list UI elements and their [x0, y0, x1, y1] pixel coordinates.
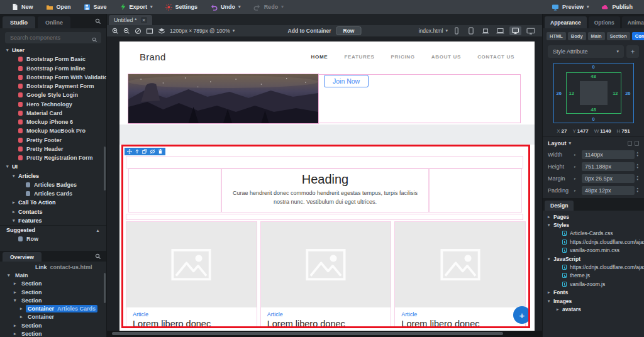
- duplicate-icon[interactable]: [142, 149, 147, 154]
- export-button[interactable]: Export ▾: [113, 0, 159, 14]
- zoom-out-icon[interactable]: [123, 28, 130, 35]
- overview-node[interactable]: Link contact-us.html: [0, 263, 106, 271]
- tab-appearance[interactable]: Appearance: [545, 16, 587, 28]
- preview-button[interactable]: Preview ▾: [545, 0, 596, 14]
- row-button[interactable]: Row: [336, 26, 362, 35]
- overview-node[interactable]: Main: [0, 271, 106, 279]
- undo-button[interactable]: Undo ▾: [204, 0, 247, 14]
- design-node[interactable]: Styles: [543, 221, 644, 229]
- tab-online[interactable]: Online: [38, 16, 70, 28]
- component-item[interactable]: Mockup MacBook Pro: [0, 126, 106, 135]
- design-node[interactable]: JavaScript: [543, 255, 644, 263]
- move-icon[interactable]: [127, 149, 132, 154]
- collapse-up-icon[interactable]: ▲: [96, 228, 100, 233]
- design-node[interactable]: avatars: [543, 305, 644, 313]
- overview-node[interactable]: Section: [0, 280, 106, 288]
- stepper[interactable]: ▲▼: [636, 187, 639, 193]
- design-node[interactable]: Images: [543, 297, 644, 305]
- interaction-toggle-icon[interactable]: [135, 28, 142, 35]
- tab-studio[interactable]: Studio: [3, 16, 35, 28]
- stepper[interactable]: ▲▼: [636, 175, 639, 181]
- breadcrumb-chip[interactable]: HTML: [547, 32, 566, 40]
- component-item[interactable]: Call To Action: [0, 198, 106, 207]
- settings-button[interactable]: Settings: [159, 0, 204, 14]
- device-desktop-button[interactable]: [509, 26, 521, 35]
- hide-icon[interactable]: [150, 149, 155, 154]
- article-tag[interactable]: Article: [401, 311, 519, 318]
- disclosure-icon[interactable]: ▸: [574, 152, 582, 157]
- design-node[interactable]: https://cdnjs.cloudflare.com/ajax/libs/b…: [543, 263, 644, 271]
- nav-link[interactable]: CONTACT US: [477, 54, 514, 60]
- overview-node[interactable]: Container: [0, 313, 106, 321]
- redo-button[interactable]: Redo ▾: [247, 0, 290, 14]
- component-item[interactable]: Mockup iPhone 6: [0, 118, 106, 126]
- component-search-input[interactable]: [5, 32, 101, 43]
- design-node[interactable]: Articles-Cards.css: [543, 229, 644, 238]
- device-laptop-button[interactable]: [494, 26, 506, 35]
- nav-link[interactable]: FEATURES: [344, 54, 374, 60]
- disclosure-icon[interactable]: ▸: [574, 176, 582, 180]
- card-image-placeholder[interactable]: [395, 222, 525, 307]
- close-icon[interactable]: ×: [141, 17, 147, 23]
- breadcrumb-chip[interactable]: Main: [588, 32, 605, 40]
- section-heading[interactable]: Heading: [222, 172, 428, 187]
- publish-button[interactable]: Publish: [595, 0, 639, 14]
- nav-link[interactable]: ABOUT US: [431, 54, 461, 60]
- design-node[interactable]: vanilla-zoom.min.css: [543, 246, 644, 255]
- nav-link[interactable]: HOME: [311, 54, 328, 60]
- style-attribute-select[interactable]: Style Attribute ▾: [548, 45, 624, 58]
- component-item[interactable]: Contacts: [0, 207, 106, 216]
- section-paragraph[interactable]: Curae hendrerit donec commodo hendrerit …: [227, 189, 423, 206]
- component-item[interactable]: Articles Cards: [0, 189, 106, 198]
- component-item[interactable]: Pretty Footer: [0, 136, 106, 145]
- move-up-icon[interactable]: [135, 149, 140, 154]
- layout-value-input[interactable]: 0px 26.5px: [582, 174, 635, 183]
- device-tablet-button[interactable]: [465, 26, 477, 35]
- selected-section[interactable]: Heading Curae hendrerit donec commodo he…: [121, 145, 530, 328]
- layout-value-input[interactable]: 1140px: [582, 150, 635, 159]
- component-item[interactable]: Hero Technology: [0, 100, 106, 109]
- design-node[interactable]: vanilla-zoom.js: [543, 280, 644, 288]
- add-style-button[interactable]: +: [626, 45, 639, 58]
- save-button[interactable]: Save: [77, 0, 113, 14]
- site-header[interactable]: Brand HOME FEATURES PRICING ABOUT US CON…: [119, 41, 535, 72]
- article-card[interactable]: Article Lorem libero donec: [260, 221, 392, 328]
- layout-value-input[interactable]: 751.188px: [582, 162, 635, 171]
- component-item[interactable]: UI: [0, 162, 106, 171]
- design-node[interactable]: Fonts: [543, 289, 644, 297]
- design-node[interactable]: Pages: [543, 213, 644, 221]
- design-node[interactable]: https://cdnjs.cloudflare.com/ajax/libs/b…: [543, 238, 644, 246]
- overview-node[interactable]: Container Articles Cards: [0, 304, 106, 312]
- component-item[interactable]: Articles Badges: [0, 180, 106, 189]
- component-item[interactable]: Material Card: [0, 109, 106, 118]
- card-image-placeholder[interactable]: [261, 222, 391, 307]
- horizontal-scrollbar[interactable]: [107, 331, 542, 337]
- article-card[interactable]: Article Lorem libero donec: [394, 221, 526, 328]
- suggested-header[interactable]: Suggested ▲: [0, 225, 106, 235]
- search-icon[interactable]: [95, 253, 101, 260]
- overview-node[interactable]: Section: [0, 321, 106, 329]
- add-component-fab[interactable]: +: [513, 306, 530, 324]
- component-item[interactable]: Bootstrap Payment Form: [0, 82, 106, 91]
- layout-section-header[interactable]: Layout ▾: [548, 140, 639, 148]
- canvas-dimensions[interactable]: 1200px × 789px @ 100% ▾: [170, 28, 235, 34]
- brand-logo[interactable]: Brand: [140, 52, 166, 62]
- tab-design[interactable]: Design: [545, 201, 574, 211]
- stepper[interactable]: ▲▼: [636, 163, 639, 169]
- document-tab[interactable]: Untitled * ×: [109, 15, 152, 25]
- component-item[interactable]: Pretty Registration Form: [0, 153, 106, 162]
- breadcrumb-chip[interactable]: Body: [568, 32, 586, 40]
- suggested-item[interactable]: Row: [0, 235, 106, 243]
- reset-style-icon[interactable]: [635, 141, 639, 146]
- tab-overview[interactable]: Overview: [3, 252, 42, 262]
- zoom-in-icon[interactable]: [112, 28, 119, 35]
- stepper[interactable]: ▲▼: [636, 152, 639, 157]
- layers-icon[interactable]: [158, 28, 165, 35]
- delete-icon[interactable]: [158, 149, 163, 154]
- copy-style-icon[interactable]: [628, 141, 632, 146]
- component-item[interactable]: Bootstrap Form Inline: [0, 64, 106, 73]
- design-node[interactable]: theme.js: [543, 272, 644, 280]
- overview-node[interactable]: Section: [0, 288, 106, 296]
- article-tag[interactable]: Article: [267, 311, 385, 318]
- disclosure-icon[interactable]: ▸: [574, 164, 582, 168]
